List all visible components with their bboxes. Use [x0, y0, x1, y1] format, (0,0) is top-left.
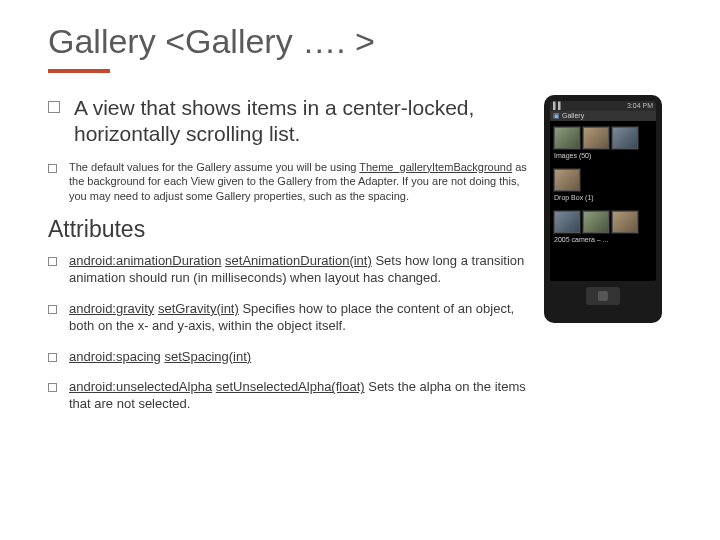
- body-column: A view that shows items in a center-lock…: [48, 95, 544, 427]
- attr-method-link[interactable]: setGravity(int): [158, 301, 239, 316]
- attr-method-link[interactable]: setUnselectedAlpha(float): [216, 379, 365, 394]
- phone-caption: Images (50): [554, 152, 652, 159]
- main-bullet: A view that shows items in a center-lock…: [48, 95, 532, 148]
- sub-bullet-text: The default values for the Gallery assum…: [69, 160, 532, 205]
- bullet-square-icon: [48, 164, 57, 173]
- bullet-square-icon: [48, 353, 57, 362]
- phone-thumb: [554, 127, 580, 149]
- phone-thumb: [554, 169, 580, 191]
- phone-caption: 2005 camera – ...: [554, 236, 652, 243]
- phone-thumb: [583, 211, 609, 233]
- phone-thumb: [612, 211, 638, 233]
- phone-caption: Drop Box (1): [554, 194, 652, 201]
- phone-preview-column: ▌▌ 3:04 PM ▣ Gallery Images (50): [544, 95, 672, 427]
- attr-xml-link[interactable]: android:animationDuration: [69, 253, 221, 268]
- attributes-heading: Attributes: [48, 216, 532, 243]
- accent-rule: [48, 69, 110, 73]
- theme-link[interactable]: Theme_galleryItemBackground: [359, 161, 512, 173]
- bullet-square-icon: [48, 305, 57, 314]
- bullet-square-icon: [48, 257, 57, 266]
- attr-xml-link[interactable]: android:gravity: [69, 301, 154, 316]
- attribute-row: android:animationDuration setAnimationDu…: [48, 253, 532, 287]
- sub-bullet: The default values for the Gallery assum…: [48, 160, 532, 205]
- main-bullet-text: A view that shows items in a center-lock…: [74, 95, 532, 148]
- slide-title: Gallery <Gallery …. >: [48, 22, 672, 61]
- phone-thumb: [554, 211, 580, 233]
- phone-thumb: [583, 127, 609, 149]
- bullet-square-icon: [48, 101, 60, 113]
- phone-thumb-row: [554, 127, 652, 149]
- bullet-square-icon: [48, 383, 57, 392]
- attr-xml-link[interactable]: android:unselectedAlpha: [69, 379, 212, 394]
- phone-dpad: [586, 287, 620, 305]
- attr-method-link[interactable]: setAnimationDuration(int): [225, 253, 372, 268]
- attribute-row: android:gravity setGravity(int) Specifie…: [48, 301, 532, 335]
- attribute-row: android:spacing setSpacing(int): [48, 349, 532, 366]
- attr-xml-link[interactable]: android:spacing: [69, 349, 161, 364]
- phone-gallery-bar: ▣ Gallery: [550, 111, 656, 121]
- phone-mock: ▌▌ 3:04 PM ▣ Gallery Images (50): [544, 95, 662, 323]
- phone-status-bar: ▌▌ 3:04 PM: [550, 101, 656, 111]
- attr-method-link[interactable]: setSpacing(int): [164, 349, 251, 364]
- phone-thumb: [612, 127, 638, 149]
- attribute-row: android:unselectedAlpha setUnselectedAlp…: [48, 379, 532, 413]
